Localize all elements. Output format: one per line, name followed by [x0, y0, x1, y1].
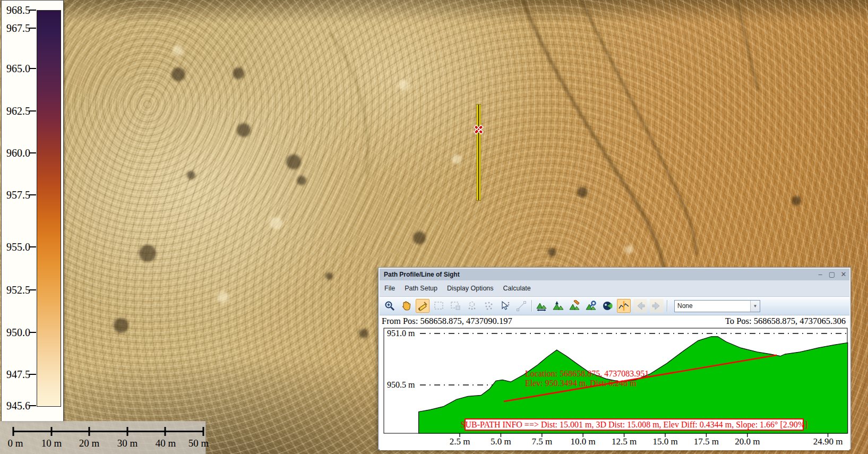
pick-location-tool-icon[interactable] [416, 299, 429, 313]
profile-options-dropdown[interactable]: None▼ [674, 300, 760, 312]
colorbar-tick-label: 955.0 [6, 241, 30, 253]
colorbar-tick-mark [29, 246, 36, 247]
scale-bar-label: 40 m [156, 438, 176, 449]
profile-chart-canvas [380, 327, 850, 450]
elevation-gridline-label: 950.5 m [387, 380, 416, 390]
colorbar-tick-label: 950.0 [6, 327, 30, 339]
prev-subpath-icon [633, 299, 647, 313]
scale-bar-tick [126, 427, 128, 436]
colorbar-tick-label: 962.5 [6, 105, 30, 117]
select-rect-alt-icon [449, 299, 462, 313]
colorbar-tick-mark [29, 110, 36, 112]
colorbar-tick-mark [29, 152, 36, 153]
subpath-info-box: SUB-PATH INFO ==> Dist: 15.001 m, 3D Dis… [465, 418, 804, 431]
elevation-legend: 968.5967.5965.0962.5960.0957.5955.0952.5… [1, 0, 64, 422]
select-point-icon [465, 299, 479, 313]
window-title: Path Profile/Line of Sight [380, 271, 814, 278]
scale-bar-tick [13, 427, 14, 436]
scale-bar-label: 10 m [41, 438, 62, 449]
minimize-button[interactable]: – [814, 269, 826, 280]
distance-tick-label: 24.90 m [813, 436, 843, 447]
next-subpath-icon [650, 299, 664, 313]
colorbar-tick-mark [29, 332, 36, 333]
profile-path-line[interactable] [477, 105, 480, 200]
colorbar-tick-label: 965.0 [6, 63, 30, 75]
distance-tick-label: 5.0 m [491, 436, 511, 447]
dropdown-selected-value: None [675, 302, 750, 310]
colorbar-tick-mark [29, 405, 36, 406]
scale-bar-tick [165, 427, 166, 436]
edit-profile-icon[interactable] [568, 299, 581, 313]
colorbar-tick-label: 960.0 [6, 147, 30, 159]
scale-bar-label: 50 m [188, 438, 209, 449]
colorbar-tick-label: 947.5 [6, 369, 30, 381]
menu-item-file[interactable]: File [380, 280, 400, 296]
colorbar-tick-label: 967.5 [6, 22, 30, 35]
peak-marker-icon[interactable] [551, 299, 565, 313]
scale-bar-line [13, 431, 203, 432]
screen: 968.5967.5965.0962.5960.0957.5955.0952.5… [0, 0, 868, 454]
select-multipoint-icon [482, 299, 495, 313]
colorbar-tick-mark [29, 194, 36, 195]
colorbar-tick-label: 957.5 [6, 189, 30, 201]
cursor-elevation-annotation: Elev: 950.3494 m, Dist: 6.248 m [525, 379, 637, 388]
scale-bar-label: 0 m [7, 438, 23, 449]
path-profile-window: Path Profile/Line of Sight – ▢ ✕ FilePat… [378, 267, 851, 450]
from-position-label: From Pos: 568658.875, 4737090.197 [380, 316, 725, 327]
distance-tick-label: 7.5 m [531, 436, 552, 447]
select-arrow-icon[interactable] [498, 299, 512, 313]
distance-tick-label: 17.5 m [694, 436, 719, 447]
current-position-marker [473, 124, 484, 135]
toolbar-separator [531, 300, 532, 312]
view-shed-icon[interactable] [600, 299, 614, 313]
maximize-button[interactable]: ▢ [826, 269, 838, 280]
colorbar-tick-mark [29, 10, 36, 11]
profile-chart[interactable]: 951.0 m950.5 m 2.5 m5.0 m7.5 m10.0 m12.5… [380, 327, 849, 450]
distance-tick-label: 12.5 m [612, 436, 637, 447]
distance-tick-label: 2.5 m [450, 436, 470, 447]
profile-settings-icon[interactable] [584, 299, 598, 313]
chevron-down-icon[interactable]: ▼ [750, 301, 760, 312]
distance-tick-label: 10.0 m [571, 436, 596, 447]
scale-bar-tick [50, 427, 52, 436]
menu-item-path-setup[interactable]: Path Setup [400, 280, 442, 296]
to-position-label: To Pos: 568658.875, 4737065.306 [725, 316, 849, 327]
scale-bar-label: 20 m [79, 438, 100, 449]
path-profile-icon[interactable] [535, 299, 548, 313]
map-scale-bar: 0 m10 m20 m30 m40 m50 m [0, 421, 206, 454]
distance-tick-label: 15.0 m [652, 436, 677, 447]
distance-tick-label: 20.0 m [735, 436, 760, 447]
scale-bar-tick [203, 427, 204, 436]
colorbar-tick-mark [29, 374, 36, 375]
position-row: From Pos: 568658.875, 4737090.197 To Pos… [380, 315, 849, 327]
pan-tool-icon[interactable] [399, 299, 413, 313]
menu-item-calculate[interactable]: Calculate [499, 280, 536, 296]
colorbar-tick-mark [29, 28, 36, 29]
zoom-tool-icon[interactable] [383, 299, 397, 313]
select-rect-icon [432, 299, 446, 313]
marker-center-dot [478, 129, 479, 130]
elevation-gridline-label: 951.0 m [387, 329, 416, 338]
scale-bar-label: 30 m [117, 438, 138, 449]
colorbar-tick-mark [29, 68, 36, 69]
colorbar-tick-label: 968.5 [6, 4, 30, 16]
close-button[interactable]: ✕ [838, 269, 849, 280]
cursor-track-toggle-icon[interactable] [617, 299, 631, 313]
window-titlebar[interactable]: Path Profile/Line of Sight – ▢ ✕ [380, 269, 849, 280]
cursor-location-annotation: Location: 568658.875, 4737083.951 [525, 369, 649, 379]
toolbar-separator [667, 300, 667, 312]
elevation-gradient-bar [37, 10, 61, 407]
scale-bar-tick [89, 427, 90, 436]
menu-bar: FilePath SetupDisplay OptionsCalculate [380, 280, 849, 297]
colorbar-tick-label: 945.6 [6, 400, 30, 412]
drainage-channel-lines [329, 0, 758, 268]
menu-item-display-options[interactable]: Display Options [442, 280, 499, 296]
toolbar: None▼ [380, 297, 849, 315]
colorbar-tick-label: 952.5 [6, 284, 30, 296]
colorbar-tick-mark [29, 289, 36, 290]
select-line-icon [514, 299, 528, 313]
